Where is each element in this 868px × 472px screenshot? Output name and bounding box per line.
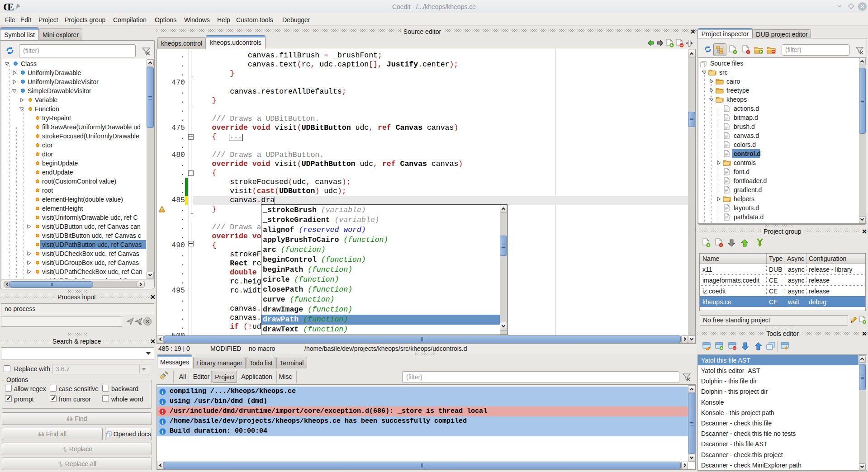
svg-text:i: i: [162, 429, 163, 434]
svg-text:i: i: [162, 419, 163, 425]
svg-text:i: i: [162, 399, 163, 405]
svg-text:i: i: [162, 389, 163, 395]
